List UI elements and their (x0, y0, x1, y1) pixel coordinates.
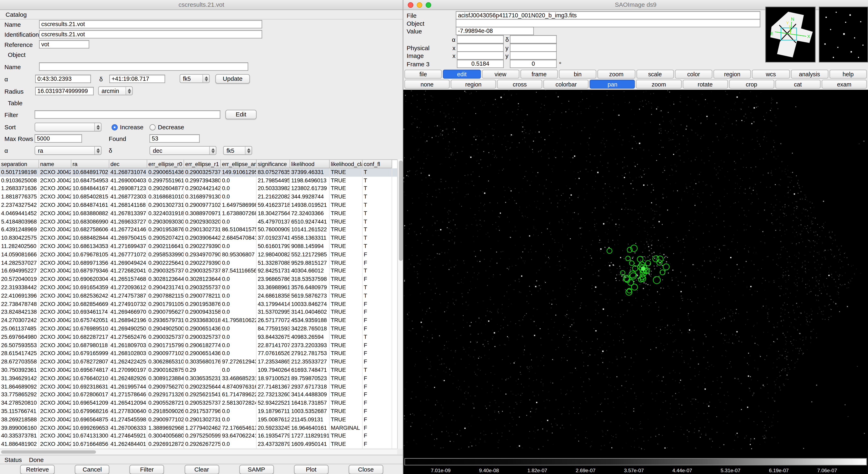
scrollbar-thumb[interactable] (1, 450, 96, 453)
ds9-mode-cat[interactable]: cat (775, 80, 820, 89)
angle-input[interactable]: 0 (510, 60, 557, 68)
table-row[interactable]: 14.0590816662CXO J0042410.67967810541.26… (0, 251, 397, 259)
panner[interactable]: E N X Y (765, 7, 815, 62)
catalog-button-close[interactable]: Close (349, 465, 383, 474)
catalog-button-clear[interactable]: Clear (184, 465, 219, 474)
catalog-vertical-scrollbar[interactable] (397, 160, 403, 449)
decrease-radio[interactable] (149, 124, 156, 130)
stepper-icon[interactable] (94, 123, 101, 131)
table-row[interactable]: 0.91036250082CXO J0042410.68475495341.26… (0, 176, 397, 184)
column-header-separation[interactable]: separation (0, 160, 39, 168)
magnifier[interactable] (819, 7, 868, 62)
zoom-input[interactable]: 0.5184 (457, 60, 504, 68)
table-row[interactable]: 14.2825370272CXO J0042410.68997135641.26… (0, 259, 397, 267)
ds9-menu-edit[interactable]: edit (443, 70, 480, 79)
catalog-button-filter[interactable]: Filter (130, 465, 164, 474)
ds9-menu-region[interactable]: region (713, 70, 751, 79)
ds9-image-canvas[interactable] (403, 90, 868, 450)
table-row[interactable]: 5.41848039682CXO J0042410.68308699041.26… (0, 217, 397, 226)
column-header-name[interactable]: name (39, 160, 71, 168)
ds9-menu-file[interactable]: file (404, 70, 442, 79)
column-header-likelihood[interactable]: likelihood (290, 160, 330, 168)
ds9-menu-scale[interactable]: scale (636, 70, 674, 79)
ds9-mode-region[interactable]: region (451, 80, 496, 89)
table-row[interactable]: 41.8864819022CXO J0042410.67166485641.26… (0, 440, 397, 448)
minimize-window-icon[interactable] (417, 2, 422, 8)
column-header-err_ellipse_ang[interactable]: err_ellipse_ang (221, 160, 257, 168)
ds9-menu-help[interactable]: help (829, 70, 867, 79)
max-rows-input[interactable]: 5000 (34, 134, 82, 143)
column-header-err_ellipse_r0[interactable]: err_ellipse_r0 (147, 160, 184, 168)
catalog-name-input[interactable]: cscresults.21.vot (39, 20, 262, 28)
radius-input[interactable]: 16.0319374999999 (35, 87, 94, 95)
table-row[interactable]: 38.2692185882CXO J0042410.69656487541.27… (0, 416, 397, 424)
table-row[interactable]: 0.50171981982CXO J0042410.68489170241.26… (0, 168, 397, 176)
ds9-menu-wcs[interactable]: wcs (752, 70, 789, 79)
ds9-menu-zoom[interactable]: zoom (597, 70, 635, 79)
physical-y-input[interactable] (510, 43, 557, 52)
ds9-menu-view[interactable]: view (482, 70, 519, 79)
column-header-likelihood_clas[interactable]: likelihood_clas (330, 160, 363, 168)
table-row[interactable]: 28.6727035582CXO J0042410.67827280741.26… (0, 358, 397, 366)
ds9-mode-none[interactable]: none (404, 80, 450, 89)
ds9-mode-cross[interactable]: cross (497, 80, 542, 89)
table-row[interactable]: 23.8248421382CXO J0042410.69346117441.26… (0, 308, 397, 316)
scrollbar-thumb[interactable] (399, 161, 402, 261)
alpha-input[interactable]: 0:43:30.2393 (35, 75, 91, 83)
delta-input[interactable]: +41:19:08.717 (110, 75, 165, 83)
ds9-menu-color[interactable]: color (675, 70, 712, 79)
table-row[interactable]: 31.8646890922CXO J0042410.69231863141.26… (0, 383, 397, 391)
column-header-conf_fl[interactable]: conf_fl (363, 160, 392, 168)
table-row[interactable]: 33.7758652922CXO J0042410.67280601741.27… (0, 391, 397, 399)
image-x-input[interactable] (457, 51, 504, 60)
radius-unit-select[interactable]: arcmin (98, 87, 133, 96)
ds9-mode-rotate[interactable]: rotate (683, 80, 728, 89)
table-row[interactable]: 10.8304225752CXO J0042410.68848284441.26… (0, 234, 397, 242)
zoom-window-icon[interactable] (426, 2, 431, 8)
object-input[interactable] (456, 19, 761, 27)
image-y-input[interactable] (510, 51, 557, 60)
update-button[interactable]: Update (215, 74, 250, 83)
table-row[interactable]: 30.7503923612CXO J0042410.69567481741.27… (0, 366, 397, 374)
ds9-mode-exam[interactable]: exam (822, 80, 867, 89)
catalog-button-retrieve[interactable]: Retrieve (20, 465, 55, 474)
table-row[interactable]: 40.3353737812CXO J0042410.67413130041.27… (0, 432, 397, 440)
column-header-significance[interactable]: significance (257, 160, 290, 168)
table-row[interactable]: 25.6976649802CXO J0042410.68228721741.27… (0, 333, 397, 341)
wcs-delta-input[interactable] (510, 35, 557, 43)
increase-radio[interactable] (112, 124, 118, 130)
table-row[interactable]: 39.8990061602CXO J0042410.69926965341.26… (0, 424, 397, 432)
column-header-ra[interactable]: ra (71, 160, 110, 168)
table-row[interactable]: 22.3193384422CXO J0042410.69165435941.27… (0, 284, 397, 292)
table-row[interactable]: 24.2703072422CXO J0042410.67574205141.26… (0, 317, 397, 325)
ds9-mode-crop[interactable]: crop (729, 80, 774, 89)
table-row[interactable]: 11.2824025602CXO J0042410.68613435341.27… (0, 242, 397, 251)
table-row[interactable]: 20.5720400192CXO J0042410.69062030441.26… (0, 275, 397, 283)
found-input[interactable]: 53 (149, 134, 200, 143)
reference-input[interactable]: vot (39, 40, 89, 48)
catalog-button-cancel[interactable]: Cancel (75, 465, 110, 474)
filter-input[interactable] (34, 110, 220, 119)
catalog-button-plot[interactable]: Plot (294, 465, 328, 474)
table-row[interactable]: 26.5075935532CXO J0042410.68798011841.26… (0, 341, 397, 349)
stepper-icon[interactable] (209, 147, 216, 155)
coord-system-select[interactable]: fk5 (180, 74, 210, 83)
identification-input[interactable]: cscresults.21.vot (39, 30, 262, 39)
stepper-icon[interactable] (245, 147, 252, 155)
table-row[interactable]: 22.7384787482CXO J0042410.68285466941.27… (0, 300, 397, 308)
table-row[interactable]: 6.43912489692CXO J0042410.68275860641.26… (0, 226, 397, 234)
stepper-icon[interactable] (126, 87, 132, 95)
table-row[interactable]: 2.23743275422CXO J0042410.68487416141.26… (0, 201, 397, 209)
col-delta-select[interactable]: dec (149, 146, 216, 155)
table-row[interactable]: 31.3946291422CXO J0042410.67664021041.26… (0, 374, 397, 383)
table-row[interactable]: 35.1157667412CXO J0042410.67996821641.27… (0, 407, 397, 415)
column-header-dec[interactable]: dec (110, 160, 147, 168)
table-row[interactable]: 4.04694414522CXO J0042410.68388088241.26… (0, 209, 397, 217)
physical-x-input[interactable] (457, 43, 504, 52)
catalog-horizontal-scrollbar[interactable] (0, 449, 397, 454)
object-name-input[interactable] (39, 62, 248, 71)
table-row[interactable]: 28.6154174252CXO J0042410.67916599941.26… (0, 349, 397, 358)
table-row[interactable]: 34.2785208102CXO J0042410.69654120941.26… (0, 399, 397, 407)
catalog-titlebar[interactable]: cscresults.21.vot (0, 0, 403, 10)
ds9-colorbar[interactable] (404, 458, 867, 466)
